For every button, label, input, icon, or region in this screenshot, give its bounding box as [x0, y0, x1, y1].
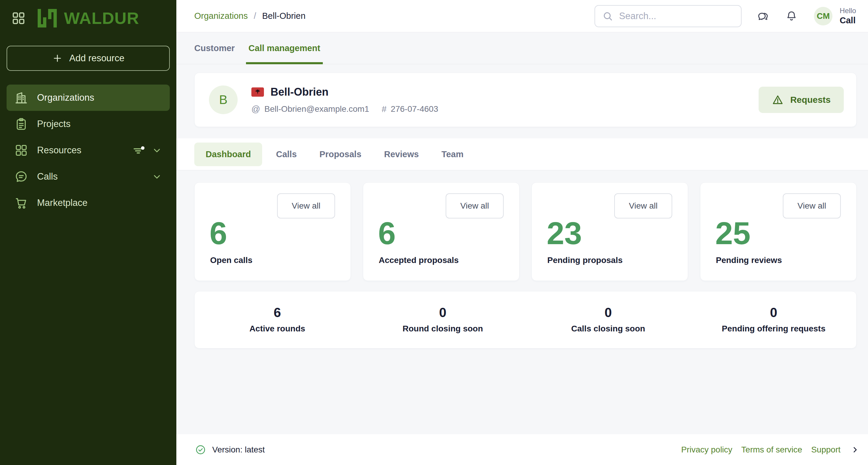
- sidebar-item-extras: [132, 144, 162, 157]
- stat-label: Pending reviews: [716, 255, 782, 265]
- sidebar-item-resources[interactable]: Resources: [7, 137, 170, 163]
- filter-icon[interactable]: [132, 144, 146, 157]
- waldur-logo[interactable]: WALDUR: [38, 8, 139, 28]
- view-all-button[interactable]: View all: [783, 193, 841, 218]
- sidebar-header: WALDUR: [0, 0, 176, 34]
- chevron-right-icon[interactable]: [851, 445, 860, 454]
- tab-proposals[interactable]: Proposals: [311, 143, 370, 166]
- topbar-right: CM Hello Call: [594, 5, 856, 27]
- summary-value: 0: [770, 306, 777, 319]
- cart-icon: [14, 196, 28, 210]
- stat-card-grid: View all 6 Open calls View all 6 Accepte…: [194, 182, 857, 281]
- search-input[interactable]: [619, 11, 738, 22]
- add-resource-button[interactable]: Add resource: [7, 46, 170, 71]
- sidebar-item-organizations[interactable]: Organizations: [7, 85, 170, 111]
- version-text: Version: latest: [212, 445, 265, 455]
- grid-icon: [14, 144, 28, 157]
- organization-info: Bell-Obrien @ Bell-Obrien@example.com1 #…: [251, 86, 438, 114]
- building-icon: [14, 91, 28, 104]
- sidebar-item-label: Calls: [37, 171, 58, 182]
- apps-grid-icon[interactable]: [11, 11, 26, 25]
- sidebar-item-label: Organizations: [37, 92, 94, 103]
- bell-icon[interactable]: [785, 10, 798, 23]
- summary-label: Round closing soon: [403, 324, 483, 334]
- sidebar-item-label: Projects: [37, 119, 70, 129]
- albania-flag-icon: [251, 87, 264, 97]
- tab-call-management[interactable]: Call management: [248, 32, 320, 64]
- tab-team[interactable]: Team: [433, 143, 472, 166]
- greeting-text: Hello: [840, 7, 856, 15]
- requests-button[interactable]: Requests: [758, 87, 844, 113]
- chat-icon[interactable]: [757, 10, 770, 23]
- requests-label: Requests: [790, 95, 831, 105]
- hash-icon: #: [382, 104, 386, 114]
- waldur-app: WALDUR Add resource Organiz: [0, 0, 868, 465]
- stat-label: Open calls: [210, 255, 253, 265]
- view-all-button[interactable]: View all: [614, 193, 672, 218]
- summary-active-rounds: 6 Active rounds: [194, 306, 360, 334]
- topbar: Organizations / Bell-Obrien: [176, 0, 868, 32]
- check-circle-icon: [195, 444, 206, 456]
- tab-calls[interactable]: Calls: [267, 143, 306, 166]
- organization-email-value: Bell-Obrien@example.com1: [264, 104, 369, 114]
- view-all-button[interactable]: View all: [277, 193, 335, 218]
- summary-value: 6: [274, 306, 281, 319]
- sidebar-item-marketplace[interactable]: Marketplace: [7, 190, 170, 216]
- sidebar-item-label: Resources: [37, 145, 81, 156]
- warning-triangle-icon: [772, 94, 784, 106]
- user-greeting: Hello Call: [840, 7, 856, 26]
- tab-dashboard[interactable]: Dashboard: [194, 143, 262, 166]
- main-area: Organizations / Bell-Obrien: [176, 0, 868, 465]
- stat-value: 6: [378, 217, 396, 249]
- stat-label: Accepted proposals: [379, 255, 459, 265]
- summary-card: 6 Active rounds 0 Round closing soon 0 C…: [194, 291, 857, 348]
- terms-of-service-link[interactable]: Terms of service: [741, 445, 802, 455]
- dashboard-content: View all 6 Open calls View all 6 Accepte…: [176, 170, 868, 434]
- stat-card-pending-proposals: View all 23 Pending proposals: [531, 182, 688, 281]
- privacy-policy-link[interactable]: Privacy policy: [681, 445, 732, 455]
- tab-reviews[interactable]: Reviews: [375, 143, 428, 166]
- stat-card-pending-reviews: View all 25 Pending reviews: [700, 182, 857, 281]
- footer: Version: latest Privacy policy Terms of …: [176, 434, 868, 465]
- waldur-logo-mark-icon: [38, 9, 57, 28]
- organization-section: B Bell-Obrien @: [176, 64, 868, 138]
- chevron-down-icon: [152, 172, 162, 182]
- sidebar-item-calls[interactable]: Calls: [7, 163, 170, 190]
- summary-calls-closing-soon: 0 Calls closing soon: [525, 306, 691, 334]
- breadcrumb-organizations-link[interactable]: Organizations: [194, 11, 248, 21]
- stat-value: 23: [547, 217, 582, 249]
- sidebar: WALDUR Add resource Organiz: [0, 0, 176, 465]
- clipboard-icon: [14, 117, 28, 131]
- summary-value: 0: [439, 306, 446, 319]
- summary-value: 0: [605, 306, 612, 319]
- section-tabs: Dashboard Calls Proposals Reviews Team: [176, 138, 868, 170]
- organization-card: B Bell-Obrien @: [194, 73, 857, 127]
- summary-label: Pending offering requests: [722, 324, 826, 334]
- add-resource-label: Add resource: [69, 53, 124, 64]
- organization-abbreviation-value: 276-07-4603: [391, 104, 438, 114]
- summary-label: Calls closing soon: [571, 324, 645, 334]
- sidebar-item-projects[interactable]: Projects: [7, 111, 170, 137]
- view-all-button[interactable]: View all: [446, 193, 504, 218]
- stat-value: 6: [210, 217, 227, 249]
- stat-card-open-calls: View all 6 Open calls: [194, 182, 351, 281]
- tab-customer[interactable]: Customer: [194, 32, 235, 64]
- organization-title-row: Bell-Obrien: [251, 86, 438, 98]
- search-box: [594, 5, 742, 27]
- user-name: Call: [840, 15, 856, 26]
- comment-icon: [14, 170, 28, 184]
- stat-card-accepted-proposals: View all 6 Accepted proposals: [363, 182, 520, 281]
- organization-avatar: B: [209, 86, 238, 114]
- breadcrumb: Organizations / Bell-Obrien: [194, 11, 306, 21]
- organization-abbreviation: # 276-07-4603: [382, 104, 438, 114]
- avatar[interactable]: CM: [814, 7, 832, 25]
- organization-email: @ Bell-Obrien@example.com1: [251, 104, 369, 114]
- sidebar-item-label: Marketplace: [37, 197, 88, 208]
- support-link[interactable]: Support: [811, 445, 840, 455]
- page-tabs: Customer Call management: [176, 32, 868, 64]
- logo-text: WALDUR: [64, 8, 139, 28]
- summary-pending-offering-requests: 0 Pending offering requests: [691, 306, 857, 334]
- breadcrumb-separator: /: [254, 11, 256, 21]
- breadcrumb-current: Bell-Obrien: [262, 11, 306, 21]
- stat-label: Pending proposals: [547, 255, 623, 265]
